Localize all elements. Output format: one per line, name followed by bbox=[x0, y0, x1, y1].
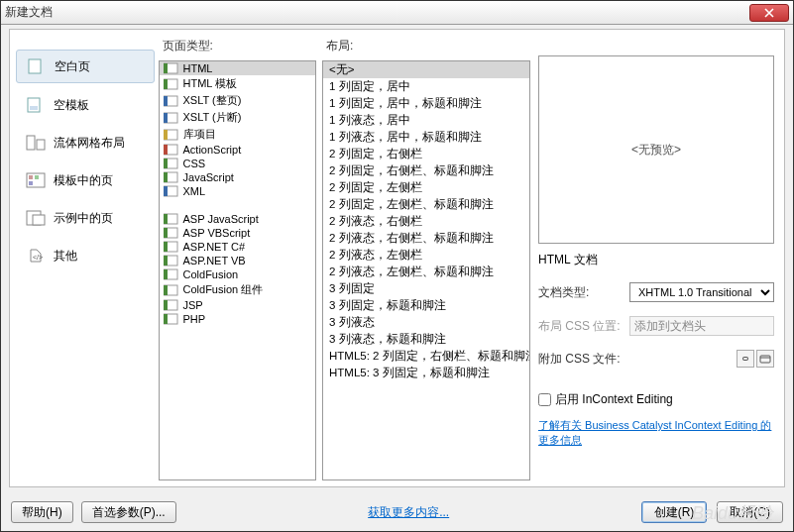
pagetype-item[interactable]: XSLT (片断) bbox=[160, 109, 315, 126]
incontext-row: 启用 InContext Editing bbox=[538, 391, 774, 408]
layout-item[interactable]: 2 列固定，右侧栏、标题和脚注 bbox=[323, 162, 529, 179]
layout-item[interactable]: 1 列液态，居中 bbox=[323, 112, 529, 129]
window-title: 新建文档 bbox=[5, 4, 749, 21]
pagetype-item[interactable]: ASP.NET C# bbox=[160, 240, 315, 254]
layout-item[interactable]: 2 列固定，左侧栏、标题和脚注 bbox=[323, 196, 529, 213]
browse-css-icon[interactable] bbox=[756, 350, 774, 368]
doctype-row: 文档类型: XHTML 1.0 Transitional bbox=[538, 282, 774, 302]
layout-item[interactable]: 3 列固定，标题和脚注 bbox=[323, 297, 529, 314]
category-blank[interactable]: 空白页 bbox=[16, 50, 155, 83]
category-label: 空白页 bbox=[55, 58, 90, 75]
svg-rect-17 bbox=[164, 96, 168, 106]
pagetype-item[interactable]: ASP VBScript bbox=[160, 226, 315, 240]
pagetype-item[interactable]: ASP JavaScript bbox=[160, 212, 315, 226]
close-button[interactable] bbox=[749, 4, 789, 22]
file-icon bbox=[164, 158, 179, 169]
file-icon bbox=[164, 112, 179, 124]
pagetype-list[interactable]: HTMLHTML 模板XSLT (整页)XSLT (片断)库项目ActionSc… bbox=[159, 60, 316, 480]
prefs-button[interactable]: 首选参数(P)... bbox=[81, 501, 176, 523]
svg-rect-35 bbox=[164, 242, 168, 252]
pagetype-header: 页面类型: bbox=[159, 36, 316, 56]
incontext-link[interactable]: 了解有关 Business Catalyst InContext Editing… bbox=[538, 418, 774, 449]
pagetype-label: XSLT (整页) bbox=[183, 93, 242, 108]
pagetype-item[interactable]: JavaScript bbox=[160, 170, 315, 184]
category-label: 模板中的页 bbox=[54, 172, 113, 189]
layout-item[interactable]: 2 列液态，左侧栏 bbox=[323, 247, 529, 264]
category-samplepage[interactable]: 示例中的页 bbox=[16, 202, 155, 234]
layout-list[interactable]: <无>1 列固定，居中1 列固定，居中，标题和脚注1 列液态，居中1 列液态，居… bbox=[322, 60, 530, 480]
svg-rect-6 bbox=[29, 175, 33, 179]
category-label: 空模板 bbox=[54, 97, 89, 114]
file-icon bbox=[164, 185, 179, 197]
category-blanktpl[interactable]: 空模板 bbox=[16, 89, 155, 121]
pagetype-label: ColdFusion 组件 bbox=[183, 282, 264, 297]
file-icon bbox=[164, 62, 179, 74]
layout-item[interactable]: 2 列液态，左侧栏、标题和脚注 bbox=[323, 264, 529, 280]
pagetype-item[interactable]: HTML bbox=[160, 61, 315, 75]
category-label: 流体网格布局 bbox=[54, 135, 125, 152]
layout-item[interactable]: 3 列液态 bbox=[323, 314, 529, 331]
create-button[interactable]: 创建(R) bbox=[641, 501, 708, 523]
pagetype-label: ASP JavaScript bbox=[183, 213, 259, 225]
category-other[interactable]: </>其他 bbox=[16, 240, 155, 271]
pagetype-item[interactable]: PHP bbox=[160, 312, 315, 326]
category-tplpage[interactable]: 模板中的页 bbox=[16, 164, 155, 196]
layout-item[interactable]: 1 列固定，居中 bbox=[323, 78, 529, 95]
file-icon bbox=[164, 241, 179, 253]
more-content-link[interactable]: 获取更多内容... bbox=[368, 504, 449, 521]
pagetype-label: 库项目 bbox=[183, 127, 216, 142]
csspos-label: 布局 CSS 位置: bbox=[538, 318, 625, 335]
layout-item[interactable]: HTML5: 3 列固定，标题和脚注 bbox=[323, 365, 529, 381]
pagetype-item[interactable]: 库项目 bbox=[160, 126, 315, 143]
svg-text:</>: </> bbox=[33, 254, 43, 261]
pagetype-item[interactable]: XML bbox=[160, 184, 315, 198]
layout-item[interactable]: 2 列液态，右侧栏、标题和脚注 bbox=[323, 230, 529, 247]
layout-item[interactable]: 2 列液态，右侧栏 bbox=[323, 213, 529, 230]
pagetype-item[interactable]: ActionScript bbox=[160, 143, 315, 157]
cancel-button[interactable]: 取消(C) bbox=[717, 501, 783, 523]
category-label: 示例中的页 bbox=[54, 210, 113, 227]
layout-item[interactable]: 1 列液态，居中，标题和脚注 bbox=[323, 129, 529, 146]
preview-box: <无预览> bbox=[538, 55, 774, 244]
svg-rect-7 bbox=[35, 175, 39, 179]
svg-rect-37 bbox=[164, 256, 168, 266]
layout-item[interactable]: 1 列固定，居中，标题和脚注 bbox=[323, 95, 529, 112]
svg-rect-25 bbox=[164, 159, 168, 168]
titlebar: 新建文档 bbox=[1, 1, 793, 25]
pagetype-item[interactable]: ASP.NET VB bbox=[160, 254, 315, 267]
pagetype-item[interactable]: ColdFusion 组件 bbox=[160, 281, 315, 298]
layout-header: 布局: bbox=[322, 36, 530, 56]
svg-rect-0 bbox=[29, 59, 41, 73]
file-icon bbox=[164, 78, 179, 90]
category-label: 其他 bbox=[54, 248, 77, 265]
link-css-icon[interactable] bbox=[737, 350, 754, 368]
file-icon bbox=[164, 95, 179, 107]
layout-column: 布局: <无>1 列固定，居中1 列固定，居中，标题和脚注1 列液态，居中1 列… bbox=[322, 36, 530, 480]
layout-item[interactable]: 2 列固定，右侧栏 bbox=[323, 146, 529, 162]
layout-item[interactable]: 3 列固定 bbox=[323, 280, 529, 297]
pagetype-label: JavaScript bbox=[183, 171, 234, 183]
layout-item[interactable]: <无> bbox=[323, 61, 529, 78]
pagetype-column: 页面类型: HTMLHTML 模板XSLT (整页)XSLT (片断)库项目Ac… bbox=[159, 36, 316, 480]
pagetype-item[interactable]: CSS bbox=[160, 157, 315, 170]
pagetype-label: HTML 模板 bbox=[183, 76, 238, 91]
pagetype-item[interactable]: ColdFusion bbox=[160, 267, 315, 281]
pagetype-item[interactable]: JSP bbox=[160, 298, 315, 312]
blank-icon bbox=[25, 56, 49, 76]
incontext-checkbox[interactable] bbox=[538, 393, 551, 406]
svg-rect-41 bbox=[164, 285, 168, 295]
no-preview-text: <无预览> bbox=[631, 142, 681, 159]
file-icon bbox=[164, 313, 179, 325]
layout-item[interactable]: HTML5: 2 列固定，右侧栏、标题和脚注 bbox=[323, 348, 529, 365]
help-button[interactable]: 帮助(H) bbox=[11, 501, 73, 523]
doctype-select[interactable]: XHTML 1.0 Transitional bbox=[629, 282, 774, 302]
svg-rect-29 bbox=[164, 186, 168, 196]
pagetype-item[interactable]: HTML 模板 bbox=[160, 75, 315, 92]
dialog-content: 空白页空模板流体网格布局模板中的页示例中的页</>其他 页面类型: HTMLHT… bbox=[9, 29, 785, 487]
samplepage-icon bbox=[24, 208, 48, 228]
svg-rect-2 bbox=[30, 106, 38, 110]
layout-item[interactable]: 2 列固定，左侧栏 bbox=[323, 179, 529, 196]
layout-item[interactable]: 3 列液态，标题和脚注 bbox=[323, 331, 529, 348]
category-fluid[interactable]: 流体网格布局 bbox=[16, 127, 155, 159]
pagetype-item[interactable]: XSLT (整页) bbox=[160, 92, 315, 109]
